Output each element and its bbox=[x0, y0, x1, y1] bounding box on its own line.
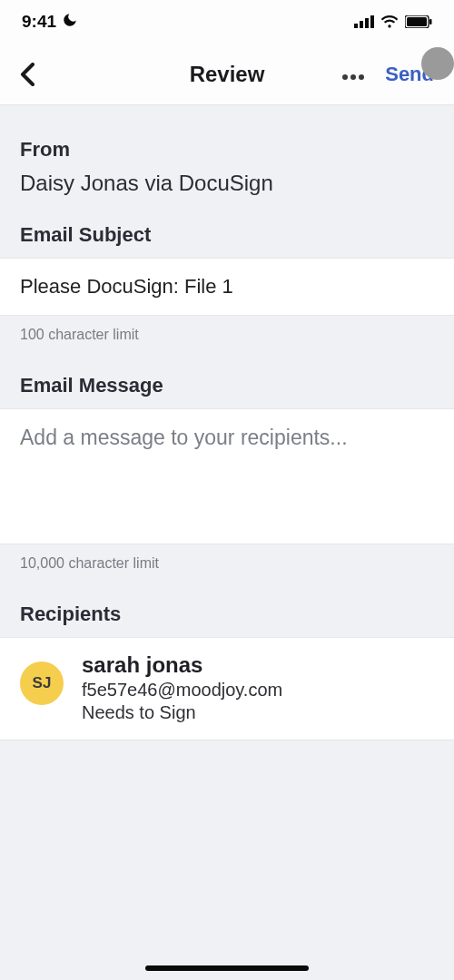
message-label: Email Message bbox=[0, 374, 454, 397]
status-right bbox=[354, 15, 432, 28]
nav-header: Review Send bbox=[0, 44, 454, 105]
home-indicator[interactable] bbox=[145, 965, 309, 971]
subject-section: Email Subject bbox=[0, 223, 454, 258]
subject-label: Email Subject bbox=[0, 223, 454, 247]
recipient-row[interactable]: SJ sarah jonas f5e57e46@moodjoy.com Need… bbox=[0, 637, 454, 740]
recipient-status: Needs to Sign bbox=[82, 702, 282, 723]
recipient-name: sarah jonas bbox=[82, 652, 282, 678]
do-not-disturb-icon bbox=[62, 12, 78, 33]
svg-rect-3 bbox=[370, 15, 374, 28]
chevron-left-icon bbox=[20, 63, 35, 86]
svg-point-7 bbox=[342, 74, 348, 80]
avatar: SJ bbox=[20, 662, 64, 705]
avatar-initials: SJ bbox=[33, 674, 52, 692]
from-section: From Daisy Jonas via DocuSign bbox=[0, 105, 454, 223]
subject-helper: 100 character limit bbox=[0, 316, 454, 354]
subject-value: Please DocuSign: File 1 bbox=[20, 275, 434, 299]
svg-rect-2 bbox=[365, 18, 369, 28]
cellular-signal-icon bbox=[354, 15, 374, 28]
svg-rect-6 bbox=[429, 19, 432, 24]
wifi-icon bbox=[380, 15, 399, 28]
back-button[interactable] bbox=[20, 63, 47, 86]
recipients-label: Recipients bbox=[0, 603, 454, 626]
nav-actions: Send bbox=[341, 63, 434, 86]
recipients-section: Recipients SJ sarah jonas f5e57e46@moodj… bbox=[0, 603, 454, 740]
svg-point-9 bbox=[359, 74, 364, 80]
message-placeholder: Add a message to your recipients... bbox=[20, 426, 434, 450]
status-bar: 9:41 bbox=[0, 0, 454, 44]
from-value: Daisy Jonas via DocuSign bbox=[0, 162, 454, 196]
svg-rect-5 bbox=[407, 17, 427, 26]
recipient-info: sarah jonas f5e57e46@moodjoy.com Needs t… bbox=[82, 652, 282, 723]
subject-input[interactable]: Please DocuSign: File 1 bbox=[0, 258, 454, 316]
svg-point-8 bbox=[350, 74, 356, 80]
svg-rect-0 bbox=[354, 24, 358, 28]
battery-icon bbox=[405, 15, 432, 28]
page-title: Review bbox=[190, 62, 265, 87]
message-section: Email Message Add a message to your reci… bbox=[0, 374, 454, 583]
touch-indicator bbox=[421, 47, 454, 80]
recipient-email: f5e57e46@moodjoy.com bbox=[82, 680, 282, 701]
ellipsis-icon bbox=[341, 74, 365, 81]
svg-rect-1 bbox=[360, 21, 363, 28]
status-time: 9:41 bbox=[22, 12, 56, 32]
message-helper: 10,000 character limit bbox=[0, 544, 454, 583]
status-left: 9:41 bbox=[22, 12, 78, 33]
more-options-button[interactable] bbox=[341, 63, 365, 86]
message-input[interactable]: Add a message to your recipients... bbox=[0, 408, 454, 544]
from-label: From bbox=[0, 138, 454, 162]
